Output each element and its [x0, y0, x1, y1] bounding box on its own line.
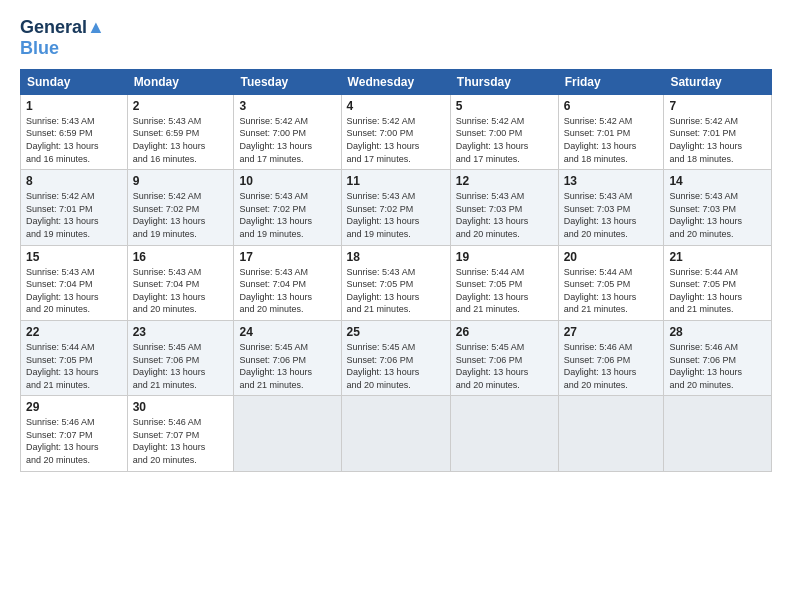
day-number: 10: [239, 174, 335, 188]
day-info: Sunrise: 5:43 AM Sunset: 7:04 PM Dayligh…: [239, 266, 335, 316]
header-friday: Friday: [558, 69, 664, 94]
day-number: 4: [347, 99, 445, 113]
day-info: Sunrise: 5:43 AM Sunset: 6:59 PM Dayligh…: [26, 115, 122, 165]
header-saturday: Saturday: [664, 69, 772, 94]
day-number: 21: [669, 250, 766, 264]
day-info: Sunrise: 5:43 AM Sunset: 7:03 PM Dayligh…: [456, 190, 553, 240]
day-cell-25: 25 Sunrise: 5:45 AM Sunset: 7:06 PM Dayl…: [341, 320, 450, 395]
day-cell-26: 26 Sunrise: 5:45 AM Sunset: 7:06 PM Dayl…: [450, 320, 558, 395]
day-info: Sunrise: 5:42 AM Sunset: 7:01 PM Dayligh…: [564, 115, 659, 165]
day-number: 25: [347, 325, 445, 339]
day-info: Sunrise: 5:43 AM Sunset: 7:03 PM Dayligh…: [564, 190, 659, 240]
calendar-page: General▲ Blue Sunday Monday Tuesday Wedn…: [0, 0, 792, 612]
day-cell-5: 5 Sunrise: 5:42 AM Sunset: 7:00 PM Dayli…: [450, 94, 558, 169]
day-number: 5: [456, 99, 553, 113]
day-info: Sunrise: 5:43 AM Sunset: 7:05 PM Dayligh…: [347, 266, 445, 316]
logo: General▲ Blue: [20, 18, 105, 59]
header-thursday: Thursday: [450, 69, 558, 94]
empty-cell: [558, 396, 664, 471]
day-cell-10: 10 Sunrise: 5:43 AM Sunset: 7:02 PM Dayl…: [234, 170, 341, 245]
day-cell-29: 29 Sunrise: 5:46 AM Sunset: 7:07 PM Dayl…: [21, 396, 128, 471]
day-number: 22: [26, 325, 122, 339]
day-info: Sunrise: 5:43 AM Sunset: 6:59 PM Dayligh…: [133, 115, 229, 165]
day-cell-30: 30 Sunrise: 5:46 AM Sunset: 7:07 PM Dayl…: [127, 396, 234, 471]
day-number: 23: [133, 325, 229, 339]
day-info: Sunrise: 5:42 AM Sunset: 7:01 PM Dayligh…: [26, 190, 122, 240]
day-number: 6: [564, 99, 659, 113]
day-number: 15: [26, 250, 122, 264]
empty-cell: [341, 396, 450, 471]
day-cell-9: 9 Sunrise: 5:42 AM Sunset: 7:02 PM Dayli…: [127, 170, 234, 245]
day-info: Sunrise: 5:44 AM Sunset: 7:05 PM Dayligh…: [669, 266, 766, 316]
day-cell-21: 21 Sunrise: 5:44 AM Sunset: 7:05 PM Dayl…: [664, 245, 772, 320]
day-cell-3: 3 Sunrise: 5:42 AM Sunset: 7:00 PM Dayli…: [234, 94, 341, 169]
day-number: 13: [564, 174, 659, 188]
day-number: 19: [456, 250, 553, 264]
logo-text: General▲: [20, 18, 105, 38]
day-info: Sunrise: 5:44 AM Sunset: 7:05 PM Dayligh…: [26, 341, 122, 391]
header-monday: Monday: [127, 69, 234, 94]
day-cell-7: 7 Sunrise: 5:42 AM Sunset: 7:01 PM Dayli…: [664, 94, 772, 169]
day-cell-23: 23 Sunrise: 5:45 AM Sunset: 7:06 PM Dayl…: [127, 320, 234, 395]
header-tuesday: Tuesday: [234, 69, 341, 94]
day-number: 2: [133, 99, 229, 113]
day-number: 1: [26, 99, 122, 113]
day-cell-4: 4 Sunrise: 5:42 AM Sunset: 7:00 PM Dayli…: [341, 94, 450, 169]
day-info: Sunrise: 5:43 AM Sunset: 7:04 PM Dayligh…: [133, 266, 229, 316]
day-cell-16: 16 Sunrise: 5:43 AM Sunset: 7:04 PM Dayl…: [127, 245, 234, 320]
day-info: Sunrise: 5:43 AM Sunset: 7:02 PM Dayligh…: [347, 190, 445, 240]
day-info: Sunrise: 5:46 AM Sunset: 7:07 PM Dayligh…: [133, 416, 229, 466]
day-number: 14: [669, 174, 766, 188]
day-number: 29: [26, 400, 122, 414]
day-info: Sunrise: 5:45 AM Sunset: 7:06 PM Dayligh…: [347, 341, 445, 391]
day-cell-28: 28 Sunrise: 5:46 AM Sunset: 7:06 PM Dayl…: [664, 320, 772, 395]
day-info: Sunrise: 5:45 AM Sunset: 7:06 PM Dayligh…: [133, 341, 229, 391]
day-info: Sunrise: 5:42 AM Sunset: 7:00 PM Dayligh…: [456, 115, 553, 165]
logo-blue: Blue: [20, 38, 105, 59]
day-cell-2: 2 Sunrise: 5:43 AM Sunset: 6:59 PM Dayli…: [127, 94, 234, 169]
day-info: Sunrise: 5:46 AM Sunset: 7:06 PM Dayligh…: [564, 341, 659, 391]
day-info: Sunrise: 5:44 AM Sunset: 7:05 PM Dayligh…: [456, 266, 553, 316]
day-info: Sunrise: 5:42 AM Sunset: 7:00 PM Dayligh…: [239, 115, 335, 165]
day-number: 27: [564, 325, 659, 339]
day-info: Sunrise: 5:46 AM Sunset: 7:06 PM Dayligh…: [669, 341, 766, 391]
day-cell-17: 17 Sunrise: 5:43 AM Sunset: 7:04 PM Dayl…: [234, 245, 341, 320]
day-number: 18: [347, 250, 445, 264]
day-number: 24: [239, 325, 335, 339]
day-cell-13: 13 Sunrise: 5:43 AM Sunset: 7:03 PM Dayl…: [558, 170, 664, 245]
header-sunday: Sunday: [21, 69, 128, 94]
day-info: Sunrise: 5:46 AM Sunset: 7:07 PM Dayligh…: [26, 416, 122, 466]
day-number: 9: [133, 174, 229, 188]
day-cell-22: 22 Sunrise: 5:44 AM Sunset: 7:05 PM Dayl…: [21, 320, 128, 395]
day-cell-1: 1 Sunrise: 5:43 AM Sunset: 6:59 PM Dayli…: [21, 94, 128, 169]
day-info: Sunrise: 5:43 AM Sunset: 7:04 PM Dayligh…: [26, 266, 122, 316]
day-number: 26: [456, 325, 553, 339]
day-info: Sunrise: 5:43 AM Sunset: 7:02 PM Dayligh…: [239, 190, 335, 240]
day-cell-6: 6 Sunrise: 5:42 AM Sunset: 7:01 PM Dayli…: [558, 94, 664, 169]
day-info: Sunrise: 5:45 AM Sunset: 7:06 PM Dayligh…: [456, 341, 553, 391]
day-cell-24: 24 Sunrise: 5:45 AM Sunset: 7:06 PM Dayl…: [234, 320, 341, 395]
day-number: 3: [239, 99, 335, 113]
day-number: 11: [347, 174, 445, 188]
day-info: Sunrise: 5:42 AM Sunset: 7:01 PM Dayligh…: [669, 115, 766, 165]
calendar-table: Sunday Monday Tuesday Wednesday Thursday…: [20, 69, 772, 472]
day-info: Sunrise: 5:43 AM Sunset: 7:03 PM Dayligh…: [669, 190, 766, 240]
day-number: 20: [564, 250, 659, 264]
day-number: 17: [239, 250, 335, 264]
day-info: Sunrise: 5:42 AM Sunset: 7:02 PM Dayligh…: [133, 190, 229, 240]
day-info: Sunrise: 5:45 AM Sunset: 7:06 PM Dayligh…: [239, 341, 335, 391]
weekday-header-row: Sunday Monday Tuesday Wednesday Thursday…: [21, 69, 772, 94]
day-cell-20: 20 Sunrise: 5:44 AM Sunset: 7:05 PM Dayl…: [558, 245, 664, 320]
header-wednesday: Wednesday: [341, 69, 450, 94]
day-cell-18: 18 Sunrise: 5:43 AM Sunset: 7:05 PM Dayl…: [341, 245, 450, 320]
empty-cell: [450, 396, 558, 471]
day-cell-8: 8 Sunrise: 5:42 AM Sunset: 7:01 PM Dayli…: [21, 170, 128, 245]
day-number: 8: [26, 174, 122, 188]
day-info: Sunrise: 5:44 AM Sunset: 7:05 PM Dayligh…: [564, 266, 659, 316]
day-cell-15: 15 Sunrise: 5:43 AM Sunset: 7:04 PM Dayl…: [21, 245, 128, 320]
empty-cell: [664, 396, 772, 471]
day-cell-12: 12 Sunrise: 5:43 AM Sunset: 7:03 PM Dayl…: [450, 170, 558, 245]
day-number: 30: [133, 400, 229, 414]
day-info: Sunrise: 5:42 AM Sunset: 7:00 PM Dayligh…: [347, 115, 445, 165]
day-cell-19: 19 Sunrise: 5:44 AM Sunset: 7:05 PM Dayl…: [450, 245, 558, 320]
